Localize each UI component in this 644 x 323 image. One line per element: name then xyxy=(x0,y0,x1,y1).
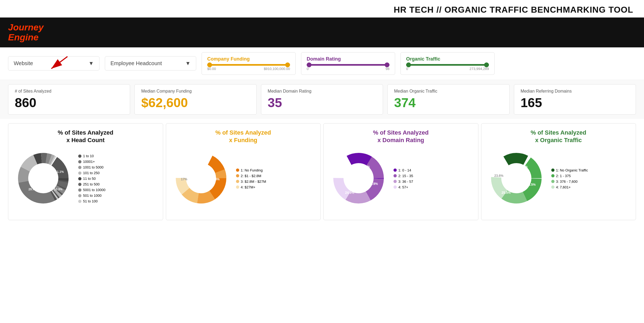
svg-text:24.9%: 24.9% xyxy=(369,182,378,186)
median-referring-value: 165 xyxy=(521,95,629,110)
funding-chart-card: % of Sites Analyzed x Funding 16.9% 48 xyxy=(166,123,321,220)
svg-text:24.4%: 24.4% xyxy=(518,165,528,169)
page-title: HR TECH // ORGANIC TRAFFIC BENCHMARKING … xyxy=(0,0,644,17)
dropdown-arrow: ▼ xyxy=(88,60,94,66)
median-funding-value: $62,600 xyxy=(141,95,250,110)
svg-text:17.7%: 17.7% xyxy=(194,188,203,192)
svg-text:29.7%: 29.7% xyxy=(28,188,37,191)
svg-text:24.9%: 24.9% xyxy=(345,191,354,195)
traffic-chart-content: 24.4% 26.5% 25.5% 23.6% 1: No Organic Tr… xyxy=(487,149,631,209)
headcount-label: Employee Headcount xyxy=(110,60,162,66)
sites-analyzed-card: # of Sites Analyzed 860 xyxy=(8,84,130,115)
sites-analyzed-value: 860 xyxy=(15,95,123,110)
svg-text:25.5%: 25.5% xyxy=(361,165,370,169)
funding-chart-title: % of Sites Analyzed x Funding xyxy=(215,129,271,144)
headcount-dropdown[interactable]: Employee Headcount ▼ xyxy=(105,56,196,71)
svg-text:24.7%: 24.7% xyxy=(337,174,346,178)
median-domain-card: Median Domain Rating 35 xyxy=(261,84,383,115)
domain-chart-title: % of Sites Analyzed x Domain Rating xyxy=(373,129,429,144)
traffic-range: 0 273,994,289 xyxy=(406,67,489,71)
funding-donut: 16.9% 48.4% 17.7% 17% xyxy=(171,149,231,209)
headcount-chart-content: 34% 29.7% 10.3% 11.1% 1 to 10 10001+ 100… xyxy=(14,149,158,209)
median-traffic-card: Median Organic Traffic 374 xyxy=(387,84,509,115)
svg-text:16.9%: 16.9% xyxy=(195,168,204,171)
median-referring-label: Median Referring Domains xyxy=(521,89,629,94)
funding-slider-left[interactable] xyxy=(207,62,212,67)
traffic-legend: 1: No Organic Traffic 2: 1 - 375 3: 376 … xyxy=(551,168,588,189)
median-domain-value: 35 xyxy=(268,95,376,110)
svg-text:11.1%: 11.1% xyxy=(55,170,64,173)
svg-line-1 xyxy=(51,57,67,69)
headcount-legend: 1 to 10 10001+ 1001 to 5000 101 to 250 1… xyxy=(78,154,105,203)
traffic-track[interactable] xyxy=(406,64,489,66)
headcount-chart-title: % of Sites Analyzed x Head Count xyxy=(58,129,113,144)
headcount-chart-card: % of Sites Analyzed x Head Count xyxy=(8,123,163,220)
funding-chart-content: 16.9% 48.4% 17.7% 17% 1: No Funding 2: $… xyxy=(171,149,315,209)
svg-text:25.5%: 25.5% xyxy=(502,191,511,195)
traffic-donut: 24.4% 26.5% 25.5% 23.6% xyxy=(487,149,546,209)
website-dropdown[interactable]: Website ▼ xyxy=(8,56,99,71)
svg-text:48.4%: 48.4% xyxy=(210,177,220,181)
median-funding-label: Median Company Funding xyxy=(141,89,250,94)
funding-label: Company Funding xyxy=(207,56,290,62)
domain-slider-right[interactable] xyxy=(385,62,389,67)
traffic-slider-right[interactable] xyxy=(484,62,489,67)
svg-text:17%: 17% xyxy=(181,177,187,181)
domain-track[interactable] xyxy=(307,64,389,66)
domain-donut: 25.5% 24.9% 24.9% 24.7% xyxy=(329,149,388,209)
median-traffic-label: Median Organic Traffic xyxy=(394,89,503,94)
domain-filter: Domain Rating 0 98 xyxy=(301,52,395,75)
domain-label: Domain Rating xyxy=(307,56,389,62)
svg-text:10.3%: 10.3% xyxy=(54,188,62,191)
median-referring-card: Median Referring Domains 165 xyxy=(514,84,636,115)
funding-filter: Company Funding $0.00 $910,100,000.00 xyxy=(202,52,296,75)
logo: Journey Engine xyxy=(8,22,44,43)
traffic-filter: Organic Traffic 0 273,994,289 xyxy=(400,52,495,75)
domain-slider-left[interactable] xyxy=(307,62,312,67)
domain-chart-content: 25.5% 24.9% 24.9% 24.7% 1: 0 - 14 2: 15 … xyxy=(329,149,473,209)
funding-slider-right[interactable] xyxy=(285,62,290,67)
domain-range: 0 98 xyxy=(307,67,389,71)
funding-legend: 1: No Funding 2: $1 - $2.8M 3: $2.8M - $… xyxy=(236,168,266,189)
funding-track[interactable] xyxy=(207,64,290,66)
headcount-arrow: ▼ xyxy=(185,60,191,66)
charts-row: % of Sites Analyzed x Head Count xyxy=(0,119,644,224)
median-traffic-value: 374 xyxy=(394,95,503,110)
nav-bar: Journey Engine xyxy=(0,17,644,47)
svg-text:23.6%: 23.6% xyxy=(494,174,503,178)
website-label: Website xyxy=(14,60,33,66)
filter-row: Website ▼ Employee Headcount ▼ Company F… xyxy=(0,47,644,80)
domain-legend: 1: 0 - 14 2: 15 - 35 3: 36 - 57 4: 57+ xyxy=(393,168,413,189)
funding-range: $0.00 $910,100,000.00 xyxy=(207,67,290,71)
median-funding-card: Median Company Funding $62,600 xyxy=(134,84,256,115)
traffic-label: Organic Traffic xyxy=(406,56,489,62)
median-domain-label: Median Domain Rating xyxy=(268,89,376,94)
svg-text:34%: 34% xyxy=(34,170,40,174)
stats-row: # of Sites Analyzed 860 Median Company F… xyxy=(0,80,644,119)
traffic-chart-title: % of Sites Analyzed x Organic Traffic xyxy=(531,129,586,144)
traffic-slider-left[interactable] xyxy=(406,62,411,67)
domain-chart-card: % of Sites Analyzed x Domain Rating 25.5… xyxy=(323,123,478,220)
headcount-donut: 34% 29.7% 10.3% 11.1% xyxy=(14,149,73,209)
sites-analyzed-label: # of Sites Analyzed xyxy=(15,89,123,94)
svg-text:26.5%: 26.5% xyxy=(527,183,536,187)
traffic-chart-card: % of Sites Analyzed x Organic Traffic 24… xyxy=(481,123,636,220)
